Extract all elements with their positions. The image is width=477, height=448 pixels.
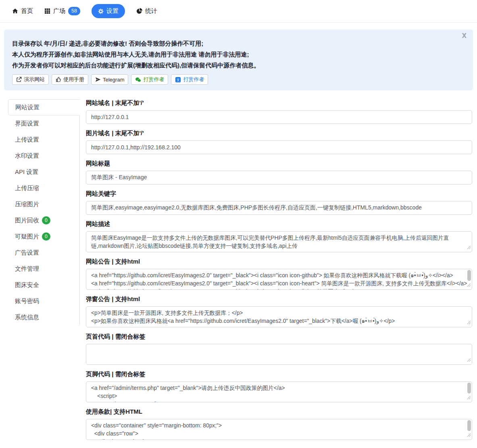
field-label: 网站标题: [86, 160, 472, 167]
site-keywords-input[interactable]: [86, 201, 472, 215]
grid-icon: [44, 8, 50, 14]
image-domain-input[interactable]: [86, 140, 472, 154]
notice-button-label: 演示网站: [24, 76, 45, 83]
home-icon: [12, 8, 18, 14]
form-fields: 网站域名 | 末尾不加'/' 图片域名 | 末尾不加'/' 网站标题 网站关键字…: [86, 99, 472, 440]
sidebar-item-label: 网站设置: [15, 100, 40, 115]
manual-button[interactable]: 使用手册: [52, 74, 88, 85]
sidebar-item-label: 水印设置: [15, 148, 39, 163]
sidebar: 网站设置 界面设置 上传设置 水印设置 API 设置 上传压缩 压缩图片 图片回…: [8, 99, 80, 325]
form-field-image-domain: 图片域名 | 末尾不加'/': [86, 130, 472, 154]
field-label: 网站描述: [86, 220, 472, 228]
popup-announcement-textarea[interactable]: <p>简单图床是一款开源图床, 支持多文件上传无数据库；</p> <p>如果你喜…: [86, 306, 472, 327]
demo-site-button[interactable]: 演示网站: [12, 74, 49, 85]
telegram-button[interactable]: Telegram: [91, 74, 128, 85]
notice-button-label: 使用手册: [63, 76, 84, 83]
wechat-icon: [135, 77, 141, 83]
easyimage-settings-page: 首页 广场 58 设置 统计 X 目录保存以 年/月/日/ 递进,非必要请勿修改…: [0, 0, 477, 448]
alipay-icon: 支: [175, 77, 181, 83]
thumbs-up-icon: [56, 77, 61, 82]
sidebar-item-system-info[interactable]: 系统信息: [8, 309, 79, 325]
nav-item-home[interactable]: 首页: [12, 7, 33, 15]
sidebar-item-image-recycle[interactable]: 图片回收 0: [8, 212, 79, 228]
sidebar-item-watermark-settings[interactable]: 水印设置: [8, 148, 79, 164]
site-title-input[interactable]: [86, 171, 472, 184]
nav-item-label: 统计: [145, 7, 157, 15]
sidebar-item-label: 可疑图片: [15, 229, 39, 244]
telegram-icon: [95, 77, 101, 82]
sidebar-item-ui-settings[interactable]: 界面设置: [8, 115, 79, 132]
donate-alipay-button[interactable]: 支 打赏作者: [171, 74, 208, 85]
sidebar-item-api-settings[interactable]: API 设置: [8, 164, 79, 180]
sidebar-item-label: 上传压缩: [15, 180, 39, 196]
svg-text:支: 支: [177, 77, 180, 82]
sidebar-item-badge: 0: [42, 232, 50, 241]
sidebar-item-label: 图片回收: [15, 213, 39, 228]
nav-item-plaza[interactable]: 广场 58: [44, 7, 80, 15]
terms-textarea[interactable]: <div class="container" style="margin-bot…: [86, 419, 472, 440]
pie-chart-icon: [136, 8, 142, 14]
sidebar-item-ad-settings[interactable]: 广告设置: [8, 245, 79, 261]
notice-button-label: 打赏作者: [183, 76, 204, 83]
field-label: 网站域名 | 末尾不加'/': [86, 99, 472, 107]
site-announcement-textarea[interactable]: <a href="https://github.com/icret/EasyIm…: [86, 269, 472, 290]
sidebar-item-label: 图床安全: [15, 277, 39, 293]
resize-handle-icon: [467, 394, 471, 401]
donate-wechat-button[interactable]: 打赏作者: [131, 74, 168, 85]
sidebar-item-security[interactable]: 图床安全: [8, 277, 79, 293]
external-link-icon: [16, 77, 22, 82]
close-icon[interactable]: X: [462, 32, 467, 40]
form-field-popup-announcement: 弹窗公告 | 支持html <p>简单图床是一款开源图床, 支持多文件上传无数据…: [86, 295, 472, 327]
sidebar-item-label: 广告设置: [15, 245, 39, 260]
form-field-footer-code: 页脚代码 | 需闭合标签 <a href="/admin/terms.php" …: [86, 371, 472, 402]
field-label: 弹窗公告 | 支持html: [86, 295, 472, 303]
footer-code-textarea[interactable]: <a href="/admin/terms.php" target="_blan…: [86, 381, 472, 402]
field-label: 图片域名 | 末尾不加'/': [86, 130, 472, 137]
nav-item-settings[interactable]: 设置: [92, 4, 125, 18]
sidebar-item-label: 账号密码: [15, 293, 39, 309]
textarea-content: <div class="container" style="margin-bot…: [91, 422, 467, 440]
textarea-content: <a href="/admin/terms.php" target="_blan…: [91, 384, 467, 402]
textarea-content: <p>简单图床是一款开源图床, 支持多文件上传无数据库；</p> <p>如果你喜…: [91, 309, 467, 325]
sidebar-item-label: 压缩图片: [15, 197, 39, 212]
nav-item-stats[interactable]: 统计: [136, 7, 157, 15]
notice-button-label: 打赏作者: [143, 76, 164, 83]
nav-item-label: 广场: [53, 7, 65, 15]
form-field-site-description: 网站描述 简单图床EasyImage是一款支持多文件上传的无数据库图床,可以完美…: [86, 220, 472, 252]
nav-item-label: 首页: [21, 7, 33, 15]
nav-badge: 58: [68, 7, 80, 15]
sidebar-item-file-manage[interactable]: 文件管理: [8, 261, 79, 277]
notice-text: 目录保存以 年/月/日/ 递进,非必要请勿修改! 否则会导致部分操作不可用; 本…: [12, 38, 463, 71]
site-description-textarea[interactable]: 简单图床EasyImage是一款支持多文件上传的无数据库图床,可以完美替代PHP…: [86, 231, 472, 252]
notice-panel: X 目录保存以 年/月/日/ 递进,非必要请勿修改! 否则会导致部分操作不可用;…: [4, 29, 473, 90]
settings-form: 网站域名 | 末尾不加'/' 图片域名 | 末尾不加'/' 网站标题 网站关键字…: [86, 99, 472, 448]
scrollbar-thumb[interactable]: [467, 420, 471, 431]
sidebar-item-label: 界面设置: [15, 116, 39, 131]
notice-button-label: Telegram: [103, 77, 124, 83]
sidebar-item-account-password[interactable]: 账号密码: [8, 293, 79, 309]
scrollbar-thumb[interactable]: [467, 270, 471, 281]
notice-line: 作为开发者你可以对相应的后台功能进行扩展(增删改相应代码),但请保留代码中源作者…: [12, 60, 463, 71]
notice-buttons: 演示网站 使用手册 Telegram 打赏作者 支 打赏作者: [12, 74, 463, 85]
textarea-content: 简单图床EasyImage是一款支持多文件上传的无数据库图床,可以完美替代PHP…: [91, 234, 467, 250]
resize-handle-icon: [467, 281, 471, 289]
field-label: 网站公告 | 支持html: [86, 258, 472, 266]
resize-handle-icon: [467, 431, 471, 439]
textarea-content: <a href="https://github.com/icret/EasyIm…: [91, 272, 467, 290]
sidebar-item-site-settings[interactable]: 网站设置: [8, 99, 80, 115]
sidebar-item-label: API 设置: [15, 164, 38, 180]
field-label: 网站关键字: [86, 190, 472, 198]
sidebar-item-compress-image[interactable]: 压缩图片: [8, 196, 79, 212]
form-field-site-domain: 网站域名 | 末尾不加'/': [86, 99, 472, 124]
sidebar-item-suspicious-image[interactable]: 可疑图片 0: [8, 228, 79, 245]
sidebar-item-upload-compress[interactable]: 上传压缩: [8, 180, 79, 196]
scrollbar-thumb[interactable]: [467, 383, 471, 394]
header-code-textarea[interactable]: [86, 344, 472, 365]
gear-icon: [98, 8, 104, 14]
site-domain-input[interactable]: [86, 110, 472, 124]
sidebar-item-upload-settings[interactable]: 上传设置: [8, 132, 79, 148]
top-nav-list: 首页 广场 58 设置 统计: [12, 4, 157, 18]
sidebar-item-label: 文件管理: [15, 261, 39, 276]
resize-handle-icon: [467, 319, 471, 326]
top-nav: 首页 广场 58 设置 统计: [0, 0, 477, 23]
